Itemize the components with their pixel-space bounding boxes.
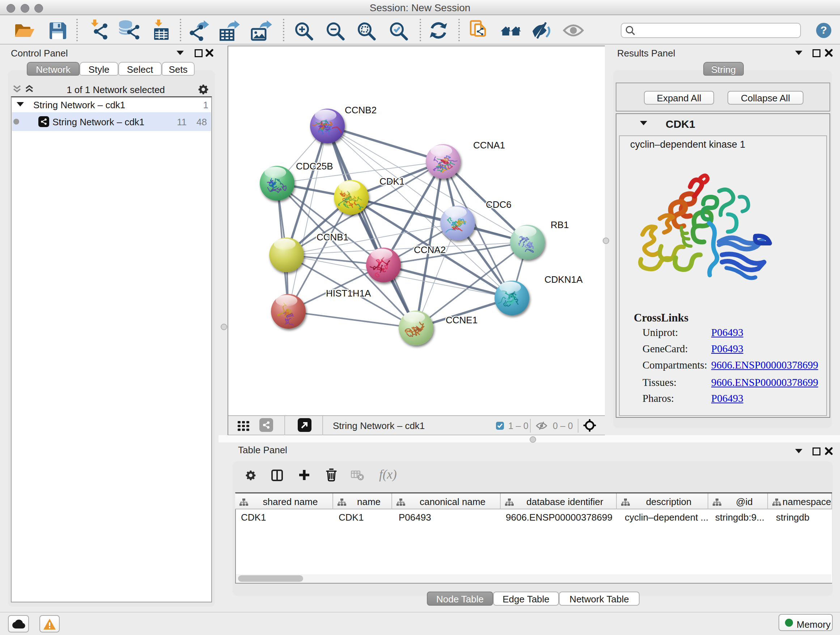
svg-text:RB1: RB1 — [551, 219, 569, 230]
svg-text:CCNA2: CCNA2 — [414, 244, 446, 255]
svg-text:CDK1: CDK1 — [379, 176, 404, 187]
svg-text:CCNE1: CCNE1 — [446, 315, 477, 325]
svg-text:CCNB2: CCNB2 — [345, 105, 377, 116]
svg-text:CCNB1: CCNB1 — [317, 232, 348, 242]
svg-text:CDC25B: CDC25B — [296, 161, 333, 172]
svg-text:CDKN1A: CDKN1A — [545, 274, 583, 285]
svg-text:CDC6: CDC6 — [486, 199, 512, 210]
svg-text:CCNA1: CCNA1 — [473, 140, 505, 150]
svg-text:HIST1H1A: HIST1H1A — [326, 288, 371, 299]
